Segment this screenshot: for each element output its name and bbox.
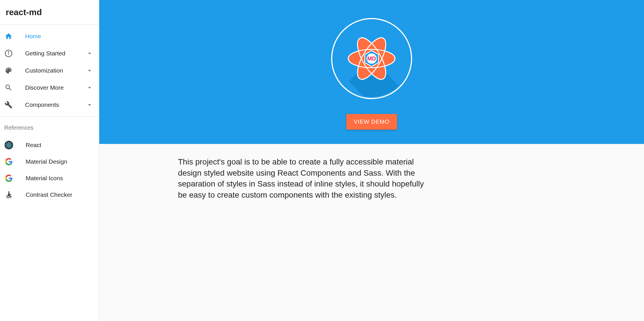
ref-label: Contrast Checker <box>26 191 72 198</box>
nav-item-getting-started[interactable]: Getting Started <box>0 45 99 62</box>
chevron-down-icon <box>86 101 93 109</box>
svg-point-2 <box>8 52 9 52</box>
svg-point-4 <box>8 145 10 146</box>
nav-item-components[interactable]: Components <box>0 96 99 113</box>
ref-item-contrast-checker[interactable]: Contrast Checker <box>0 186 99 203</box>
nav-label: Customization <box>25 67 86 74</box>
main-content: MD VIEW DEMO This project's goal is to b… <box>99 0 644 321</box>
content-section: This project's goal is to be able to cre… <box>99 144 644 212</box>
sidebar-title: react-md <box>0 0 99 25</box>
nav-label: Home <box>25 33 93 40</box>
nav-list: Home Getting Started Customization Di <box>0 25 99 117</box>
ref-item-material-icons[interactable]: Material Icons <box>0 170 99 186</box>
search-icon <box>5 84 13 92</box>
google-icon <box>5 174 13 182</box>
sidebar: react-md Home Getting Started Customizat… <box>0 0 99 321</box>
chevron-down-icon <box>86 50 93 57</box>
references-header: References <box>0 117 99 135</box>
wrench-icon <box>5 101 13 109</box>
ref-label: Material Icons <box>26 175 63 182</box>
nav-label: Components <box>25 101 86 108</box>
info-icon <box>5 49 13 57</box>
google-icon <box>5 157 13 166</box>
accessibility-icon <box>5 190 13 199</box>
ref-item-material-design[interactable]: Material Design <box>0 153 99 170</box>
nav-item-discover-more[interactable]: Discover More <box>0 79 99 96</box>
nav-item-customization[interactable]: Customization <box>0 62 99 79</box>
references-list: React Material Design <box>0 135 99 205</box>
chevron-down-icon <box>86 84 93 91</box>
hero-section: MD VIEW DEMO <box>99 0 644 144</box>
home-icon <box>5 32 13 40</box>
nav-label: Getting Started <box>25 50 86 57</box>
ref-item-react[interactable]: React <box>0 137 99 153</box>
react-md-logo: MD <box>331 17 413 100</box>
nav-label: Discover More <box>25 84 86 91</box>
nav-item-home[interactable]: Home <box>0 28 99 45</box>
chevron-down-icon <box>86 67 93 74</box>
react-icon <box>5 141 13 149</box>
ref-label: Material Design <box>26 158 67 165</box>
project-description: This project's goal is to be able to cre… <box>178 157 429 201</box>
view-demo-button[interactable]: VIEW DEMO <box>346 114 397 130</box>
svg-point-8 <box>8 191 10 193</box>
svg-text:MD: MD <box>367 55 376 62</box>
palette-icon <box>5 67 13 75</box>
ref-label: React <box>26 142 41 149</box>
